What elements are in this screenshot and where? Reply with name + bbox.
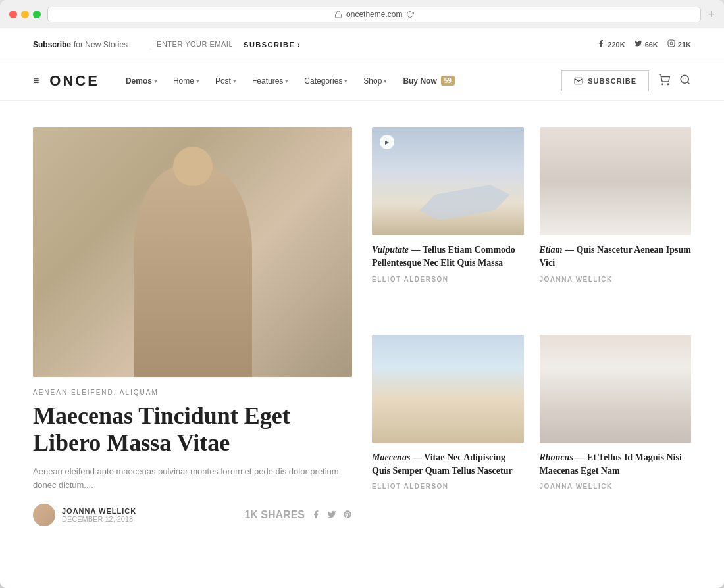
subscribe-bold: Subscribe: [33, 40, 71, 49]
twitter-icon: [634, 39, 642, 49]
pinterest-share-icon[interactable]: [343, 510, 352, 521]
post-image-1[interactable]: ▶: [372, 127, 524, 235]
post-card-1: ▶ Vulputate — Tellus Etiam Commodo Pelle…: [372, 127, 524, 319]
close-dot[interactable]: [9, 11, 17, 18]
featured-meta: AENEAN ELEIFEND, ALIQUAM Maecenas Tincid…: [33, 389, 352, 526]
woman-dog-image: [540, 127, 692, 235]
url-bar[interactable]: oncetheme.com: [47, 7, 701, 22]
email-input[interactable]: [151, 37, 237, 51]
top-bar: Subscribe for New Stories SUBSCRIBE ›: [0, 28, 724, 61]
chevron-down-icon: ▾: [344, 78, 348, 84]
instagram-stat[interactable]: 21K: [667, 39, 691, 49]
top-bar-left: Subscribe for New Stories SUBSCRIBE ›: [33, 37, 301, 51]
post-title-3: Maecenas — Vitae Nec Adipiscing Quis Sem…: [372, 451, 524, 478]
post-title-1: Vulputate — Tellus Etiam Commodo Pellent…: [372, 243, 524, 270]
twitter-count: 66K: [645, 41, 658, 49]
refresh-icon[interactable]: [406, 11, 414, 18]
post-card-2: Etiam — Quis Nascetur Aenean Ipsum Vici …: [540, 127, 692, 319]
cart-icon[interactable]: [658, 74, 670, 88]
post-date: DECEMBER 12, 2018: [62, 515, 136, 523]
navbar: ≡ ONCE Demos ▾ Home ▾ Post ▾ Features ▾: [0, 61, 724, 101]
twitter-stat[interactable]: 66K: [634, 39, 658, 49]
nav-buy-now[interactable]: Buy Now 59: [396, 70, 461, 91]
instagram-icon: [667, 39, 675, 49]
post-image-2[interactable]: [540, 127, 692, 235]
svg-rect-0: [336, 14, 342, 18]
svg-point-5: [681, 75, 688, 83]
twitter-share-icon[interactable]: [327, 510, 336, 521]
nav-home[interactable]: Home ▾: [167, 71, 206, 91]
featured-image-inner: [33, 127, 352, 377]
social-stats: 220K 66K 21K: [597, 39, 691, 49]
post-author-3: ELLIOT ALDERSON: [372, 483, 524, 490]
post-author-1: ELLIOT ALDERSON: [372, 276, 524, 283]
new-tab-button[interactable]: +: [708, 8, 715, 22]
featured-excerpt: Aenean eleifend ante maecenas pulvinar m…: [33, 465, 352, 493]
buy-badge: 59: [441, 76, 455, 86]
browser-window: oncetheme.com + Subscribe for New Storie…: [0, 0, 724, 588]
nav-actions: SUBSCRIBE: [561, 70, 691, 91]
right-posts: ▶ Vulputate — Tellus Etiam Commodo Pelle…: [372, 127, 691, 526]
minimize-dot[interactable]: [21, 11, 29, 18]
facebook-share-icon[interactable]: [311, 510, 321, 521]
subscribe-light: for New Stories: [74, 40, 128, 49]
author-avatar: [33, 504, 55, 526]
author-text: JOANNA WELLICK DECEMBER 12, 2018: [62, 507, 136, 523]
coffee-image: [540, 335, 692, 443]
chevron-down-icon: ▾: [196, 78, 199, 84]
url-text: oncetheme.com: [346, 10, 402, 19]
browser-actions: +: [708, 8, 715, 22]
post-author-2: JOANNA WELLICK: [540, 276, 692, 283]
main-content: AENEAN ELEIFEND, ALIQUAM Maecenas Tincid…: [0, 101, 724, 552]
nav-categories[interactable]: Categories ▾: [297, 71, 354, 91]
nav-links: Demos ▾ Home ▾ Post ▾ Features ▾ Categor…: [119, 70, 561, 91]
author-row: JOANNA WELLICK DECEMBER 12, 2018 1K SHAR…: [33, 504, 352, 526]
hamburger-menu[interactable]: ≡: [33, 75, 39, 87]
chevron-down-icon: ▾: [233, 78, 236, 84]
subscribe-submit-button[interactable]: SUBSCRIBE ›: [244, 41, 301, 49]
post-title-4: Rhoncus — Et Tellus Id Magnis Nisi Maece…: [540, 451, 692, 478]
email-form: SUBSCRIBE ›: [151, 37, 301, 51]
beach-image: [372, 335, 524, 443]
browser-chrome: oncetheme.com +: [0, 0, 724, 28]
brand-logo[interactable]: ONCE: [49, 72, 99, 89]
facebook-count: 220K: [608, 41, 625, 49]
subscribe-text: Subscribe for New Stories: [33, 40, 128, 49]
nav-subscribe-button[interactable]: SUBSCRIBE: [561, 70, 649, 91]
featured-image[interactable]: [33, 127, 352, 377]
share-row: 1K SHARES: [244, 509, 352, 521]
facebook-icon: [597, 39, 605, 49]
nav-demos[interactable]: Demos ▾: [119, 71, 164, 91]
nav-features[interactable]: Features ▾: [246, 71, 295, 91]
lock-icon: [334, 11, 342, 18]
author-name: JOANNA WELLICK: [62, 507, 136, 515]
nav-post[interactable]: Post ▾: [209, 71, 243, 91]
page-content: Subscribe for New Stories SUBSCRIBE ›: [0, 28, 724, 588]
post-title-2: Etiam — Quis Nascetur Aenean Ipsum Vici: [540, 243, 692, 270]
search-icon[interactable]: [679, 74, 691, 88]
play-button[interactable]: ▶: [380, 135, 394, 149]
share-count: 1K SHARES: [244, 509, 305, 521]
facebook-stat[interactable]: 220K: [597, 39, 625, 49]
chevron-down-icon: ▾: [154, 78, 157, 84]
featured-title: Maecenas Tincidunt Eget Libero Massa Vit…: [33, 403, 352, 457]
featured-category: AENEAN ELEIFEND, ALIQUAM: [33, 389, 352, 396]
airplane-image: [372, 127, 524, 235]
chevron-down-icon: ▾: [384, 78, 387, 84]
nav-shop[interactable]: Shop ▾: [357, 71, 394, 91]
post-card-4: Rhoncus — Et Tellus Id Magnis Nisi Maece…: [540, 335, 692, 527]
post-image-3[interactable]: [372, 335, 524, 443]
svg-point-3: [662, 84, 663, 85]
svg-rect-1: [668, 40, 675, 47]
mail-icon: [574, 76, 583, 86]
instagram-count: 21K: [678, 41, 691, 49]
post-image-4[interactable]: [540, 335, 692, 443]
post-card-3: Maecenas — Vitae Nec Adipiscing Quis Sem…: [372, 335, 524, 527]
chevron-down-icon: ▾: [285, 78, 288, 84]
author-info: JOANNA WELLICK DECEMBER 12, 2018: [33, 504, 136, 526]
svg-point-4: [667, 84, 669, 85]
post-author-4: JOANNA WELLICK: [540, 483, 692, 490]
maximize-dot[interactable]: [33, 11, 41, 18]
browser-dots: [9, 11, 41, 18]
featured-post: AENEAN ELEIFEND, ALIQUAM Maecenas Tincid…: [33, 127, 352, 526]
